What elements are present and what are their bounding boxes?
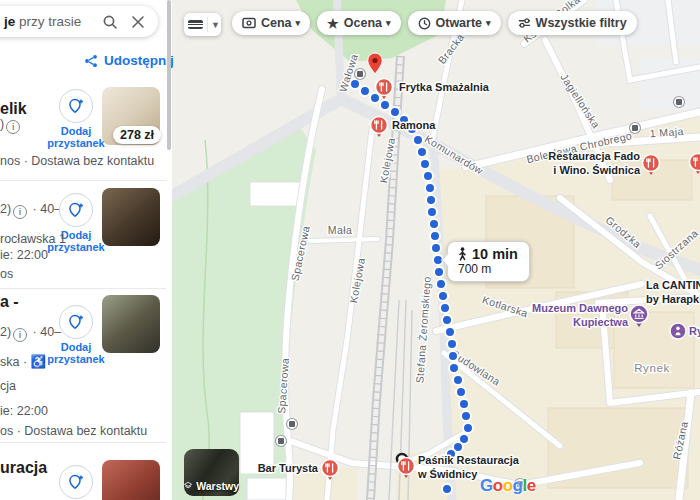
listing-photo[interactable] bbox=[102, 188, 160, 246]
poi-label: by Harapkiewi bbox=[646, 293, 700, 305]
route-dot bbox=[390, 107, 400, 117]
add-stop-button[interactable] bbox=[46, 465, 106, 500]
filter-open-now[interactable]: Otwarte ▾ bbox=[408, 11, 501, 35]
info-icon[interactable] bbox=[13, 328, 27, 342]
poi-label: Frytka Smażalnia bbox=[399, 81, 490, 93]
search-icon[interactable] bbox=[102, 14, 118, 30]
route-dot bbox=[449, 363, 459, 373]
listing-meta: os · Dostawa bez kontaktu bbox=[0, 424, 147, 438]
listing-meta: nos · Dostawa bez kontaktu bbox=[0, 154, 154, 168]
route-dot bbox=[445, 327, 455, 337]
route-dot bbox=[427, 207, 437, 217]
listing-meta: cja bbox=[0, 379, 16, 393]
route-dot bbox=[463, 423, 473, 433]
add-stop-pin-icon bbox=[68, 474, 84, 490]
route-options-widget[interactable]: ▼ bbox=[184, 13, 221, 36]
route-dot bbox=[350, 79, 360, 89]
listing-photo[interactable] bbox=[102, 460, 160, 500]
listing-meta: os bbox=[0, 267, 13, 281]
route-dot bbox=[417, 147, 427, 157]
chevron-down-icon: ▾ bbox=[386, 18, 391, 28]
route-dot bbox=[420, 159, 430, 169]
add-stop-button[interactable]: Dodaj przystanek bbox=[46, 305, 106, 365]
listing-title[interactable]: a - bbox=[0, 293, 19, 311]
tune-icon bbox=[518, 17, 531, 29]
poi-label: Ry bbox=[689, 325, 700, 337]
star-icon: ★ bbox=[327, 17, 339, 30]
poi-label: w Świdnicy bbox=[417, 468, 478, 480]
transit-stop-icon[interactable] bbox=[287, 419, 298, 430]
route-dot bbox=[453, 375, 463, 385]
share-icon bbox=[84, 54, 98, 68]
filter-bar: Cena ▾ ★ Ocena ▾ Otwarte ▾ Wszystkie fil… bbox=[232, 11, 637, 35]
chevron-down-icon[interactable]: ▼ bbox=[211, 20, 220, 30]
filter-label: Ocena bbox=[344, 16, 382, 30]
google-maps-app: { "search_box": {"query_bold": "je", "qu… bbox=[0, 0, 700, 500]
route-dot bbox=[442, 315, 452, 325]
share-label: Udostępnij bbox=[104, 53, 174, 68]
listing-title[interactable]: uracja bbox=[0, 459, 47, 477]
listing-address: rocławska 1 bbox=[0, 232, 66, 246]
transit-stop-icon[interactable] bbox=[674, 97, 685, 108]
layers-icon bbox=[184, 479, 192, 492]
listing-hours: ie: 22:00 bbox=[0, 248, 48, 262]
poi-label: La CANTINA bbox=[646, 279, 700, 291]
layers-label: Warstwy bbox=[196, 480, 239, 492]
filter-rating[interactable]: ★ Ocena ▾ bbox=[317, 11, 400, 35]
search-input[interactable]: je przy trasie bbox=[0, 6, 158, 37]
poi-label: Bar Turysta bbox=[258, 462, 319, 474]
filter-all-filters[interactable]: Wszystkie filtry bbox=[508, 11, 637, 35]
filter-price[interactable]: Cena ▾ bbox=[232, 11, 310, 35]
poi-label: Ramona bbox=[392, 119, 436, 131]
route-dot bbox=[456, 387, 466, 397]
listing-meta: ska · ♿ · bbox=[0, 354, 54, 369]
area-label: Rynek bbox=[634, 362, 670, 374]
route-duration: 10 min bbox=[472, 246, 518, 262]
route-dot bbox=[434, 267, 444, 277]
add-stop-button[interactable]: Dodaj przystanek bbox=[46, 89, 106, 149]
route-duration-callout[interactable]: 10 min 700 m bbox=[447, 241, 530, 282]
route-dot bbox=[360, 86, 370, 96]
filter-label: Wszystkie filtry bbox=[536, 16, 627, 30]
search-query: je przy trasie bbox=[4, 14, 102, 29]
price-badge: 278 zł bbox=[113, 126, 161, 144]
route-dot bbox=[426, 195, 436, 205]
route-dot bbox=[430, 231, 440, 241]
route-dot bbox=[438, 291, 448, 301]
filter-label: Otwarte bbox=[436, 16, 483, 30]
add-stop-pin-icon bbox=[68, 202, 84, 218]
poi-label: i Wino. Świdnica bbox=[553, 164, 641, 176]
map-canvas[interactable]: WałowaBrackaKsięcia BolkaJagiellońska1 M… bbox=[172, 0, 700, 500]
share-button[interactable]: Udostępnij bbox=[84, 53, 174, 68]
route-dot bbox=[436, 279, 446, 289]
route-dot bbox=[459, 399, 469, 409]
filter-label: Cena bbox=[261, 16, 292, 30]
street-label: 1 Maja bbox=[649, 125, 684, 139]
transit-stop-icon[interactable] bbox=[630, 123, 641, 134]
route-dot bbox=[380, 100, 390, 110]
route-dot bbox=[413, 135, 423, 145]
results-sidebar: je przy trasie Udostępnij elik ) Dodaj p… bbox=[0, 0, 172, 500]
poi-label: Restauracja Fado bbox=[548, 150, 640, 162]
route-dot bbox=[431, 243, 441, 253]
poi-label: Kupiectwa bbox=[573, 316, 629, 328]
sidebar-scrollbar[interactable] bbox=[167, 0, 171, 150]
listing-photo[interactable] bbox=[102, 295, 160, 353]
route-dot bbox=[461, 411, 471, 421]
route-dot bbox=[370, 93, 380, 103]
listing-rating-line: ) bbox=[0, 117, 22, 134]
map-svg[interactable]: WałowaBrackaKsięcia BolkaJagiellońska1 M… bbox=[172, 0, 700, 500]
info-icon[interactable] bbox=[6, 120, 20, 134]
layers-button[interactable]: Warstwy bbox=[184, 449, 239, 496]
street-label: Mała bbox=[328, 224, 352, 236]
route-dot bbox=[448, 351, 458, 361]
route-dot bbox=[447, 339, 457, 349]
close-icon[interactable] bbox=[131, 15, 145, 29]
transit-stop-icon[interactable] bbox=[276, 436, 287, 447]
price-icon bbox=[242, 17, 256, 29]
info-icon[interactable] bbox=[13, 205, 27, 219]
clock-icon bbox=[418, 17, 431, 30]
transit-stop-icon[interactable] bbox=[355, 69, 366, 80]
route-dot bbox=[423, 171, 433, 181]
listing-title[interactable]: elik bbox=[0, 100, 27, 118]
